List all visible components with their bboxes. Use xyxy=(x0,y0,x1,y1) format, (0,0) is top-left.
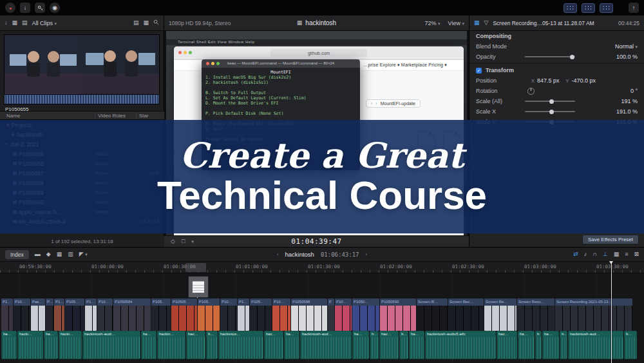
timeline-video-clip[interactable]: P10… xyxy=(272,299,290,331)
screen-record-status-icon[interactable]: ● xyxy=(5,3,15,13)
storyline-tool-icon[interactable]: ▬ xyxy=(35,251,41,257)
position-x-value[interactable]: 847.5 px xyxy=(537,77,560,84)
timeline-audio-clip[interactable]: h… xyxy=(370,331,379,359)
scale-all-slider[interactable] xyxy=(525,101,575,102)
save-effects-preset-button[interactable]: Save Effects Preset xyxy=(582,235,639,244)
timeline-audio-clip[interactable]: ha… xyxy=(141,331,156,359)
media-import-icon[interactable]: ↓ xyxy=(5,20,8,26)
search-icon[interactable] xyxy=(153,19,159,26)
effects-browser-icon[interactable]: ▦ xyxy=(614,251,620,257)
timeline-ruler[interactable]: 00:59:30:0001:00:00:0001:00:30:0001:01:0… xyxy=(0,262,644,273)
timeline-video-clip[interactable]: Screen R… xyxy=(417,299,448,331)
timeline-video-clip[interactable]: P10505… xyxy=(171,299,197,331)
select-tool-icon[interactable]: ◤ ▾ xyxy=(79,251,88,257)
timeline-video-clip[interactable]: Screen Re… xyxy=(484,299,516,331)
timeline-index-icon[interactable]: ≡ xyxy=(625,251,628,257)
timeline-audio-clip[interactable]: hacki… xyxy=(17,331,43,359)
clip-filter-dropdown[interactable]: All Clips ▾ xyxy=(32,20,57,26)
blend-mode-dropdown[interactable]: Normal ▾ xyxy=(615,43,638,50)
timeline-video-clip[interactable]: P… xyxy=(46,299,53,331)
column-video-roles[interactable]: Video Roles xyxy=(95,113,136,119)
rotation-value[interactable]: 0 ° xyxy=(630,88,638,94)
keyword-icon[interactable]: ▤ xyxy=(22,20,28,26)
timeline-audio-clip[interactable]: h… xyxy=(206,331,218,359)
timeline-audio-clip[interactable]: hackintosh-audi… xyxy=(82,331,140,359)
media-browser-icon[interactable]: ⊠ xyxy=(634,251,639,257)
timeline-video-clip[interactable]: P1050584 xyxy=(113,299,151,331)
workspace-layout-1-icon[interactable] xyxy=(564,3,577,13)
opacity-slider[interactable] xyxy=(525,56,575,57)
timeline-video-clip[interactable]: P1050588 xyxy=(291,299,327,331)
crop-tool-icon[interactable]: □ xyxy=(182,239,185,244)
timeline-video-clip[interactable]: P1… xyxy=(1,299,13,331)
trim-tool-icon[interactable]: ▥ xyxy=(68,251,73,257)
zoom-dropdown[interactable]: 72% ▾ xyxy=(425,20,440,26)
timeline-audio-clip[interactable]: h… xyxy=(399,331,408,359)
snapping-icon[interactable]: ⊥ xyxy=(603,251,608,257)
timeline-audio-clip[interactable]: hac… xyxy=(497,331,517,359)
workspace-layout-3-icon[interactable] xyxy=(600,3,613,13)
timeline-audio-clip[interactable]: hackintos… xyxy=(218,331,263,359)
timeline-audio-clip[interactable]: hackintosh-audio5.aifc xyxy=(425,331,496,359)
timeline-audio-clip[interactable]: hac… xyxy=(379,331,399,359)
timeline-video-clip[interactable]: P1… xyxy=(238,299,249,331)
view-dropdown[interactable]: View ▾ xyxy=(448,20,464,26)
timeline-video-clip[interactable]: Screen Rec… xyxy=(448,299,484,331)
column-start[interactable]: Star xyxy=(136,113,164,119)
timeline-video-clip[interactable]: P10… xyxy=(97,299,113,331)
timeline-video-clip[interactable]: P105… xyxy=(250,299,272,331)
timeline-video-clip[interactable]: P10… xyxy=(14,299,30,331)
workspace-layout-2-icon[interactable] xyxy=(582,3,595,13)
key-icon[interactable] xyxy=(35,3,45,13)
connected-clip[interactable] xyxy=(188,276,209,298)
timeline-video-clip[interactable]: P10… xyxy=(335,299,352,331)
timeline-video-clip[interactable]: P1050590 xyxy=(380,299,416,331)
scale-x-slider[interactable] xyxy=(525,111,575,112)
timeline-audio-clip[interactable]: ha… xyxy=(542,331,559,359)
transform-section-header[interactable]: ✓ Transform xyxy=(469,65,644,75)
solo-icon[interactable]: ∩ xyxy=(592,251,596,257)
skimming-icon[interactable]: ⇄ xyxy=(573,251,578,257)
timeline-video-clip[interactable]: F xyxy=(328,299,334,331)
timeline-video-clip[interactable]: P105… xyxy=(65,299,84,331)
timeline-audio-clip[interactable]: ha… xyxy=(1,331,17,359)
marker-tool-icon[interactable]: ◆ xyxy=(46,251,51,257)
filmstrip-view-icon[interactable]: ▦ xyxy=(143,20,149,26)
audio-skimming-icon[interactable]: ♪ xyxy=(584,251,587,257)
slider-thumb[interactable] xyxy=(549,110,554,114)
playhead[interactable] xyxy=(611,261,612,363)
timeline-video-clip[interactable]: Screen Recording 2021-05-13… xyxy=(555,299,632,331)
opacity-value[interactable]: 100.0 % xyxy=(616,54,638,60)
timeline-audio-clip[interactable]: ha… xyxy=(518,331,535,359)
tool-popup-chevron-icon[interactable]: ▾ xyxy=(191,239,194,244)
filter-icon[interactable]: ▽ xyxy=(484,20,489,26)
transform-checkbox[interactable]: ✓ xyxy=(476,68,482,74)
scale-all-value[interactable]: 191 % xyxy=(621,98,638,104)
download-icon[interactable]: ↓ xyxy=(20,3,30,13)
timeline-video-clip[interactable]: P10… xyxy=(220,299,237,331)
timeline-video-clip[interactable]: Pas… xyxy=(31,299,45,331)
previous-project-icon[interactable]: ‹ xyxy=(277,252,278,257)
index-button[interactable]: Index xyxy=(5,250,29,259)
slider-thumb[interactable] xyxy=(570,55,574,59)
timeline-audio-clip[interactable]: ha… xyxy=(44,331,58,359)
timeline-audio-clip[interactable]: ha… xyxy=(409,331,424,359)
slider-thumb[interactable] xyxy=(549,99,554,104)
timeline-audio-clip[interactable]: hackin… xyxy=(157,331,185,359)
scale-x-value[interactable]: 191.0 % xyxy=(616,108,638,115)
selected-clip-filmstrip[interactable]: P1050655 xyxy=(4,34,160,112)
timeline-video-clip[interactable]: P1… xyxy=(54,299,64,331)
capture-icon[interactable]: ◉ xyxy=(50,3,60,13)
timeline-audio-clip[interactable]: hacki… xyxy=(59,331,82,359)
column-name[interactable]: Name xyxy=(0,113,95,119)
timeline-video-clip[interactable]: P1050… xyxy=(352,299,379,331)
timeline-video-clip[interactable]: P105… xyxy=(198,299,220,331)
transform-tool-icon[interactable]: ◇ xyxy=(171,239,175,244)
clip-appearance-icon[interactable]: ▦ xyxy=(57,251,62,257)
next-project-icon[interactable]: › xyxy=(366,252,367,257)
timeline-audio-clip[interactable]: hackintosh-aud… xyxy=(568,331,623,359)
share-icon[interactable]: ↑ xyxy=(629,3,639,13)
timeline-audio-clip[interactable]: hac… xyxy=(264,331,283,359)
timeline-audio-clip[interactable]: hac… xyxy=(186,331,205,359)
position-y-value[interactable]: -470.0 px xyxy=(572,77,596,84)
